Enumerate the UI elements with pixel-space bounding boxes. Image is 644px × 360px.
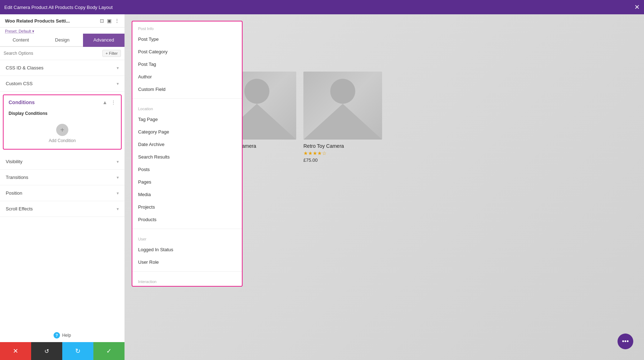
fab-icon: ••• <box>622 338 629 345</box>
dropdown-date-archive[interactable]: Date Archive <box>132 138 242 151</box>
post-info-label: Post Info <box>132 21 242 33</box>
product-name-2: Retro Toy Camera <box>303 143 382 149</box>
conditions-icons: ▲ ⋮ <box>102 99 116 105</box>
divider-1 <box>132 98 242 99</box>
scroll-effects-label: Scroll Effects <box>6 206 33 211</box>
preset-value: Preset: Default ▾ <box>5 29 34 33</box>
add-condition-button[interactable]: + <box>56 124 68 136</box>
product-stars-2: ★★★★☆ <box>303 150 382 156</box>
position-arrow: ▾ <box>117 191 119 196</box>
dropdown-posts[interactable]: Posts <box>132 163 242 176</box>
dropdown-logged-in-status[interactable]: Logged In Status <box>132 243 242 256</box>
dropdown-custom-field[interactable]: Custom Field <box>132 83 242 96</box>
visibility-arrow: ▾ <box>117 159 119 164</box>
undo-icon: ↺ <box>44 348 49 355</box>
redo-button[interactable]: ↻ <box>62 342 93 360</box>
custom-css-label: Custom CSS <box>6 81 33 86</box>
scroll-effects-arrow: ▾ <box>117 206 119 211</box>
close-window-button[interactable]: ✕ <box>634 4 640 10</box>
dropdown-media[interactable]: Media <box>132 188 242 201</box>
search-input[interactable] <box>4 51 99 56</box>
tab-bar: Content Design Advanced <box>0 34 125 47</box>
section-scroll-effects[interactable]: Scroll Effects ▾ <box>0 201 125 217</box>
help-button[interactable]: ? Help <box>54 332 71 339</box>
visibility-label: Visibility <box>6 159 23 164</box>
conditions-header: Conditions ▲ ⋮ <box>4 95 121 110</box>
display-conditions-label: Display Conditions <box>4 110 121 120</box>
dropdown-pages[interactable]: Pages <box>132 176 242 188</box>
title-bar: Edit Camera Product All Products Copy Bo… <box>0 0 644 14</box>
custom-css-arrow: ▾ <box>117 81 119 86</box>
css-id-label: CSS ID & Classes <box>6 65 43 70</box>
product-image-2 <box>303 72 382 140</box>
section-transitions[interactable]: Transitions ▾ <box>0 170 125 185</box>
panel-icon-group: ⊡ ▣ ⋮ <box>100 18 119 24</box>
position-label: Position <box>6 190 22 196</box>
product-card-2: Retro Toy Camera ★★★★☆ £75.00 <box>303 72 382 163</box>
product-price-2: £75.00 <box>303 157 382 163</box>
tab-advanced[interactable]: Advanced <box>83 34 125 47</box>
conditions-more-icon[interactable]: ⋮ <box>111 99 116 105</box>
user-label: User <box>132 232 242 243</box>
add-condition-area: + Add Condition <box>4 120 121 149</box>
window-title: Edit Camera Product All Products Copy Bo… <box>4 5 113 10</box>
fab-button[interactable]: ••• <box>618 334 633 349</box>
divider-2 <box>132 229 242 229</box>
bottom-sections: Visibility ▾ Transitions ▾ Position ▾ Sc… <box>0 152 125 217</box>
save-button[interactable]: ✓ <box>93 342 125 360</box>
left-panel: Woo Related Products Setti... ⊡ ▣ ⋮ Pres… <box>0 14 125 360</box>
conditions-dropdown: Post Info Post Type Post Category Post T… <box>132 21 243 287</box>
preset-label[interactable]: Preset: Default ▾ <box>0 28 125 34</box>
dropdown-tag-page[interactable]: Tag Page <box>132 113 242 126</box>
panel-content: CSS ID & Classes ▾ Custom CSS ▾ Conditio… <box>0 60 125 360</box>
section-visibility[interactable]: Visibility ▾ <box>0 154 125 170</box>
redo-icon: ↻ <box>75 347 80 355</box>
placeholder-mountain-2 <box>303 104 382 140</box>
filter-button[interactable]: + Filter <box>102 50 121 57</box>
location-label: Location <box>132 102 242 113</box>
panel-header: Woo Related Products Setti... ⊡ ▣ ⋮ <box>0 14 125 28</box>
dropdown-user-role[interactable]: User Role <box>132 256 242 268</box>
placeholder-circle-1 <box>244 79 269 104</box>
close-icon: ✕ <box>13 347 18 355</box>
interaction-label: Interaction <box>132 274 242 286</box>
transitions-arrow: ▾ <box>117 175 119 180</box>
dropdown-projects[interactable]: Projects <box>132 201 242 213</box>
placeholder-circle-2 <box>330 79 355 104</box>
search-bar: + Filter <box>0 47 125 60</box>
transitions-label: Transitions <box>6 175 28 180</box>
tab-content[interactable]: Content <box>0 34 42 47</box>
product-placeholder-2 <box>303 72 382 140</box>
divider-3 <box>132 271 242 272</box>
bottom-toolbar: ✕ ↺ ↻ ✓ <box>0 342 125 360</box>
panel-title: Woo Related Products Setti... <box>5 18 97 24</box>
save-icon: ✓ <box>106 347 112 355</box>
undo-button[interactable]: ↺ <box>31 342 62 360</box>
dropdown-post-category[interactable]: Post Category <box>132 45 242 58</box>
dropdown-category-page[interactable]: Category Page <box>132 126 242 138</box>
conditions-title: Conditions <box>9 99 35 105</box>
section-custom-css[interactable]: Custom CSS ▾ <box>0 76 125 92</box>
panel-icon-more[interactable]: ⋮ <box>114 18 119 24</box>
panel-icon-screenshot[interactable]: ⊡ <box>100 18 104 24</box>
close-button[interactable]: ✕ <box>0 342 31 360</box>
add-condition-label: Add Condition <box>49 138 75 143</box>
section-position[interactable]: Position ▾ <box>0 185 125 201</box>
dropdown-post-tag[interactable]: Post Tag <box>132 58 242 70</box>
conditions-section: Conditions ▲ ⋮ Display Conditions + Add … <box>3 94 122 150</box>
dropdown-products[interactable]: Products <box>132 213 242 226</box>
tab-design[interactable]: Design <box>42 34 83 47</box>
help-label: Help <box>62 333 71 338</box>
conditions-collapse-icon[interactable]: ▲ <box>102 99 107 105</box>
dropdown-author[interactable]: Author <box>132 70 242 83</box>
css-id-arrow: ▾ <box>117 65 119 70</box>
dropdown-post-type[interactable]: Post Type <box>132 33 242 45</box>
dropdown-search-results[interactable]: Search Results <box>132 151 242 163</box>
help-icon: ? <box>54 332 60 339</box>
panel-icon-layout[interactable]: ▣ <box>107 18 112 24</box>
section-css-id-classes[interactable]: CSS ID & Classes ▾ <box>0 60 125 76</box>
